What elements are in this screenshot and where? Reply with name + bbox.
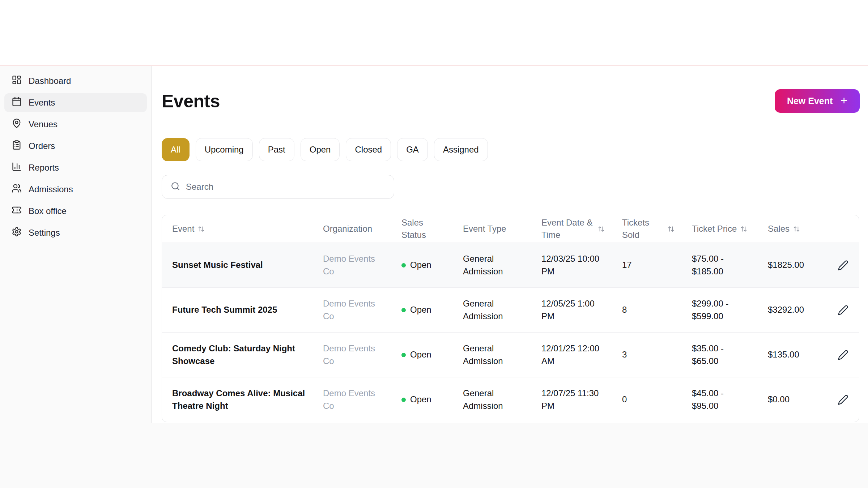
status-label: Open: [410, 393, 431, 406]
event-type: General Admission: [454, 288, 533, 332]
tickets-sold: 8: [613, 288, 683, 332]
sales-amount: $1825.00: [759, 243, 827, 287]
sidebar-item-label: Venues: [29, 119, 58, 129]
column-header-actions: [827, 215, 859, 243]
sort-icon: [793, 226, 800, 232]
sort-icon: [198, 226, 205, 232]
column-header-event-date[interactable]: Event Date & Time: [533, 215, 613, 243]
filter-pill-past[interactable]: Past: [259, 138, 294, 161]
status-dot: [401, 308, 406, 312]
organization: Demo Events Co: [314, 288, 393, 332]
sales-amount: $3292.00: [759, 288, 827, 332]
calendar-icon: [12, 97, 22, 109]
event-datetime: 12/03/25 10:00 PM: [533, 243, 613, 287]
sort-icon: [668, 226, 675, 232]
event-datetime: 12/01/25 12:00 AM: [533, 333, 613, 377]
events-table: Event Organization Sales Status Event Ty…: [162, 215, 859, 422]
filter-pill-upcoming[interactable]: Upcoming: [196, 138, 253, 161]
filter-pill-assigned[interactable]: Assigned: [434, 138, 488, 161]
table-row[interactable]: Future Tech Summit 2025 Demo Events Co O…: [162, 287, 859, 332]
gear-icon: [12, 227, 22, 239]
search-input[interactable]: [186, 175, 385, 198]
ticket-price: $75.00 - $185.00: [683, 243, 759, 287]
dashboard-grid-icon: [12, 75, 22, 87]
column-header-organization: Organization: [314, 215, 393, 243]
search-icon: [171, 181, 180, 192]
column-header-event-type: Event Type: [454, 215, 533, 243]
organization: Demo Events Co: [314, 333, 393, 377]
sales-status: Open: [393, 377, 454, 422]
edit-event-button[interactable]: [835, 302, 851, 318]
sidebar-item-label: Events: [29, 98, 55, 108]
filter-pill-open[interactable]: Open: [301, 138, 340, 161]
ticket-price: $299.00 - $599.00: [683, 288, 759, 332]
column-header-ticket-price[interactable]: Ticket Price: [683, 215, 759, 243]
sidebar-item-label: Settings: [29, 228, 60, 238]
page-title: Events: [162, 91, 220, 112]
users-icon: [12, 183, 22, 196]
sidebar-item-label: Reports: [29, 163, 59, 173]
status-dot: [401, 353, 406, 357]
status-label: Open: [410, 259, 431, 271]
sidebar-item-dashboard[interactable]: Dashboard: [4, 72, 147, 90]
filter-pill-closed[interactable]: Closed: [346, 138, 391, 161]
event-name: Broadway Comes Alive: Musical Theatre Ni…: [162, 377, 314, 422]
ticket-icon: [12, 205, 22, 217]
sidebar-item-box-office[interactable]: Box office: [4, 202, 147, 221]
edit-event-button[interactable]: [835, 392, 851, 408]
bar-chart-icon: [12, 162, 22, 174]
event-type: General Admission: [454, 243, 533, 287]
sidebar-item-events[interactable]: Events: [4, 93, 147, 112]
edit-event-button[interactable]: [835, 347, 851, 363]
new-event-button[interactable]: New Event +: [775, 89, 860, 113]
column-header-sales[interactable]: Sales: [759, 215, 827, 243]
table-header-row: Event Organization Sales Status Event Ty…: [162, 215, 859, 243]
table-row[interactable]: Sunset Music Festival Demo Events Co Ope…: [162, 243, 859, 287]
status-dot: [401, 263, 406, 267]
tickets-sold: 3: [613, 333, 683, 377]
sidebar-item-venues[interactable]: Venues: [4, 115, 147, 134]
new-event-label: New Event: [787, 96, 833, 106]
filter-pill-all[interactable]: All: [162, 138, 190, 161]
status-dot: [401, 398, 406, 402]
status-label: Open: [410, 304, 431, 316]
sidebar-item-label: Admissions: [29, 184, 73, 194]
map-pin-icon: [12, 118, 22, 130]
organization: Demo Events Co: [314, 377, 393, 422]
clipboard-list-icon: [12, 140, 22, 152]
pencil-icon: [838, 350, 848, 360]
main-content: Events New Event + All Upcoming Past Ope…: [152, 66, 868, 423]
sidebar-item-label: Box office: [29, 206, 67, 216]
event-datetime: 12/07/25 11:30 PM: [533, 377, 613, 422]
column-header-event[interactable]: Event: [162, 215, 314, 243]
sidebar-item-orders[interactable]: Orders: [4, 137, 147, 155]
sidebar-item-settings[interactable]: Settings: [4, 223, 147, 242]
organization: Demo Events Co: [314, 243, 393, 287]
ticket-price: $45.00 - $95.00: [683, 377, 759, 422]
sales-status: Open: [393, 288, 454, 332]
event-type: General Admission: [454, 333, 533, 377]
event-name: Sunset Music Festival: [162, 243, 314, 287]
edit-event-button[interactable]: [835, 257, 851, 273]
search-box: [162, 175, 394, 199]
app-body: Dashboard Events Venues Orders Reports A…: [0, 66, 868, 423]
filter-pill-ga[interactable]: GA: [397, 138, 428, 161]
sales-status: Open: [393, 243, 454, 287]
sidebar-item-label: Orders: [29, 141, 55, 151]
sidebar-item-label: Dashboard: [29, 76, 71, 86]
top-bar: [0, 0, 868, 66]
sidebar-item-admissions[interactable]: Admissions: [4, 180, 147, 199]
table-row[interactable]: Comedy Club: Saturday Night Showcase Dem…: [162, 332, 859, 377]
sales-amount: $135.00: [759, 333, 827, 377]
sales-status: Open: [393, 333, 454, 377]
sidebar-item-reports[interactable]: Reports: [4, 158, 147, 177]
tickets-sold: 0: [613, 377, 683, 422]
column-header-sales-status: Sales Status: [393, 215, 454, 243]
sort-icon: [598, 226, 605, 232]
sales-amount: $0.00: [759, 377, 827, 422]
event-name: Future Tech Summit 2025: [162, 288, 314, 332]
plus-icon: +: [841, 95, 847, 106]
column-header-tickets-sold[interactable]: Tickets Sold: [613, 215, 683, 243]
table-row[interactable]: Broadway Comes Alive: Musical Theatre Ni…: [162, 377, 859, 422]
tickets-sold: 17: [613, 243, 683, 287]
